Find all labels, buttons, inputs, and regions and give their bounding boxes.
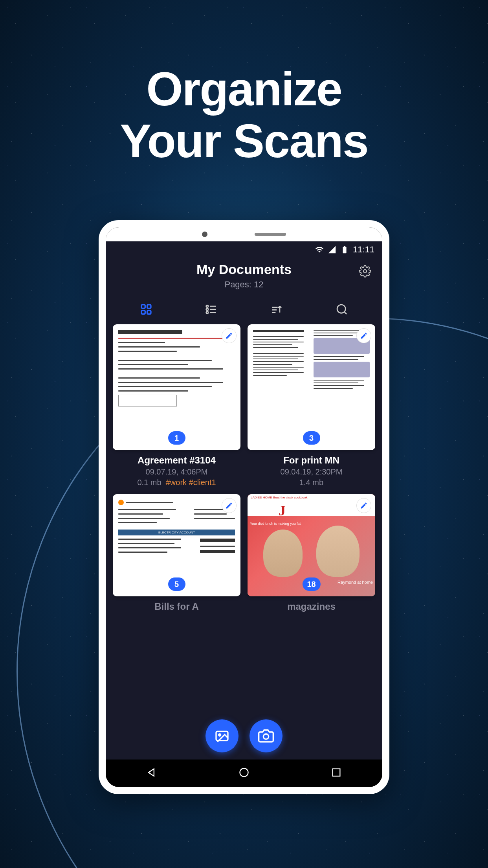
edit-button[interactable] bbox=[222, 328, 237, 343]
document-title: For print MN bbox=[248, 455, 375, 466]
svg-rect-4 bbox=[147, 311, 151, 314]
wifi-icon bbox=[315, 245, 324, 254]
home-button[interactable] bbox=[238, 767, 250, 780]
svg-point-0 bbox=[363, 270, 367, 273]
svg-point-18 bbox=[263, 734, 268, 739]
view-toolbar bbox=[106, 297, 382, 324]
svg-point-7 bbox=[206, 308, 208, 310]
document-title: Bills for A bbox=[113, 601, 240, 612]
gear-icon bbox=[359, 265, 371, 278]
page-title: My Documents bbox=[114, 262, 374, 277]
page-count-badge: 1 bbox=[168, 431, 185, 445]
svg-point-17 bbox=[219, 734, 221, 736]
pencil-icon bbox=[225, 502, 233, 509]
list-view-button[interactable] bbox=[204, 302, 218, 316]
square-recents-icon bbox=[331, 767, 342, 778]
page-count-badge: 18 bbox=[302, 577, 320, 591]
grid-icon bbox=[140, 303, 152, 316]
status-bar: 11:11 bbox=[106, 241, 382, 258]
page-count-badge: 5 bbox=[168, 577, 185, 591]
promo-headline: Organize Your Scans bbox=[0, 63, 488, 167]
circle-home-icon bbox=[238, 767, 250, 778]
camera-scan-button[interactable] bbox=[250, 719, 283, 752]
edit-button[interactable] bbox=[222, 498, 237, 513]
phone-frame: 11:11 My Documents Pages: 12 bbox=[99, 220, 389, 794]
signal-icon bbox=[328, 245, 336, 254]
document-card[interactable]: 1 Agreement #3104 09.07.19, 4:06PM 0.1 m… bbox=[113, 324, 240, 487]
grid-view-button[interactable] bbox=[139, 302, 153, 316]
svg-line-15 bbox=[344, 312, 347, 314]
document-card[interactable]: 3 For print MN 09.04.19, 2:30PM 1.4 mb bbox=[248, 324, 375, 487]
document-thumbnail[interactable]: 3 bbox=[248, 324, 375, 450]
sort-icon bbox=[270, 303, 283, 316]
search-button[interactable] bbox=[335, 302, 349, 316]
svg-point-5 bbox=[206, 305, 208, 307]
document-thumbnail[interactable]: 1 bbox=[113, 324, 240, 450]
svg-rect-3 bbox=[141, 311, 145, 314]
edit-button[interactable] bbox=[356, 328, 371, 343]
document-card[interactable]: ELECTRICITY ACCOUNT bbox=[113, 494, 240, 612]
svg-point-9 bbox=[206, 311, 208, 313]
svg-point-19 bbox=[240, 769, 248, 777]
list-icon bbox=[205, 303, 218, 316]
image-icon bbox=[214, 728, 230, 744]
edit-button[interactable] bbox=[356, 498, 371, 513]
phone-notch bbox=[106, 227, 382, 241]
document-title: magazines bbox=[248, 601, 375, 612]
svg-rect-1 bbox=[141, 305, 145, 308]
page-subtitle: Pages: 12 bbox=[114, 280, 374, 290]
app-header: My Documents Pages: 12 bbox=[106, 258, 382, 297]
pencil-icon bbox=[225, 332, 233, 340]
svg-rect-20 bbox=[332, 769, 340, 776]
back-button[interactable] bbox=[146, 767, 157, 780]
search-icon bbox=[336, 303, 348, 316]
recents-button[interactable] bbox=[331, 767, 342, 780]
document-thumbnail[interactable]: ELECTRICITY ACCOUNT bbox=[113, 494, 240, 596]
magazine-masthead: JOURNAL bbox=[279, 502, 344, 519]
triangle-back-icon bbox=[146, 767, 157, 778]
document-meta: 0.1 mb #work #client1 bbox=[113, 478, 240, 487]
documents-grid: 1 Agreement #3104 09.07.19, 4:06PM 0.1 m… bbox=[106, 324, 382, 760]
android-nav-bar bbox=[106, 760, 382, 787]
svg-rect-2 bbox=[147, 305, 151, 308]
document-thumbnail[interactable]: LADIES HOME Beat-the-clock cookbook JOUR… bbox=[248, 494, 375, 596]
status-time: 11:11 bbox=[353, 245, 374, 255]
document-title: Agreement #3104 bbox=[113, 455, 240, 466]
svg-point-14 bbox=[337, 305, 345, 313]
settings-button[interactable] bbox=[359, 265, 371, 278]
battery-icon bbox=[340, 245, 349, 254]
page-count-badge: 3 bbox=[303, 431, 320, 445]
import-image-button[interactable] bbox=[205, 719, 238, 752]
sort-button[interactable] bbox=[270, 302, 284, 316]
pencil-icon bbox=[360, 502, 368, 509]
camera-icon bbox=[258, 728, 274, 744]
pencil-icon bbox=[360, 332, 368, 340]
document-date: 09.04.19, 2:30PM bbox=[248, 467, 375, 476]
document-card[interactable]: LADIES HOME Beat-the-clock cookbook JOUR… bbox=[248, 494, 375, 612]
document-date: 09.07.19, 4:06PM bbox=[113, 467, 240, 476]
document-meta: 1.4 mb bbox=[248, 478, 375, 487]
